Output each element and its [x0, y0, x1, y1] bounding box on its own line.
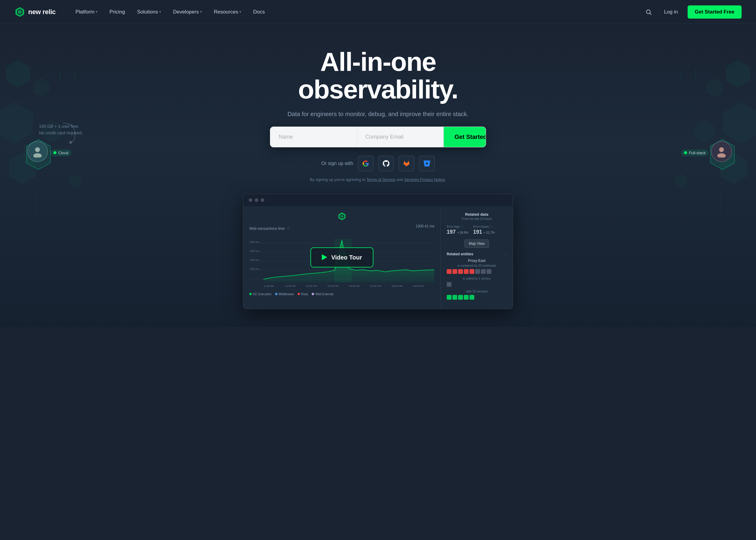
navigation: new relic Platform ▾ Pricing Solutions ▾… [0, 0, 756, 24]
social-label: Or sign up with [321, 161, 353, 166]
info-icon-traces: ⓘ [490, 225, 493, 229]
hero-subtitle: Data for engineers to monitor, debug, an… [12, 111, 744, 118]
dashboard-inner: Web transactions time ⓘ 1300.41 ms 800 m… [243, 206, 513, 309]
hex-frame-left [25, 139, 52, 170]
chevron-down-icon: ▾ [239, 10, 241, 14]
entity-name: Proxy-East [447, 259, 507, 263]
legend-gc: GC Execution [249, 293, 272, 296]
play-icon [321, 254, 327, 260]
hex-dot [458, 269, 463, 274]
svg-marker-6 [26, 140, 51, 170]
logo-icon [14, 7, 25, 17]
nav-resources[interactable]: Resources ▾ [208, 7, 247, 17]
svg-text:400 ms: 400 ms [250, 258, 260, 261]
svg-text:12:00 PM: 12:00 PM [285, 285, 296, 287]
workload-dots [447, 269, 507, 274]
svg-line-4 [650, 13, 652, 15]
related-data-subtitle: From the last 24 hours [447, 217, 507, 220]
svg-text:03:00 PM: 03:00 PM [349, 285, 360, 287]
video-tour-button[interactable]: Video Tour [310, 247, 373, 267]
calls-dots [447, 295, 507, 300]
legend-dot-gc [249, 293, 252, 295]
social-signup: Or sign up with [270, 156, 486, 171]
chevron-down-icon: ▾ [96, 10, 97, 14]
search-icon [645, 9, 652, 15]
related-entities-label: Related entities [447, 252, 473, 256]
service-dots [447, 282, 507, 287]
svg-text:01:00 PM: 01:00 PM [306, 285, 317, 287]
bitbucket-signup-button[interactable] [419, 156, 435, 171]
dashboard-logo-icon [338, 212, 346, 220]
svg-text:200 ms: 200 ms [250, 267, 260, 270]
related-data-title: Related data [447, 212, 507, 216]
svg-text:04:00 PM: 04:00 PM [370, 285, 381, 287]
error-logs-metric: Error logs ⓘ 197 + 20.9% [447, 225, 468, 235]
hex-dot [452, 269, 457, 274]
form-cta-button[interactable]: Get Started Free [444, 127, 486, 147]
svg-text:800 ms: 800 ms [250, 240, 260, 243]
chevron-down-icon: ▾ [200, 10, 202, 14]
hex-dot [464, 269, 469, 274]
chevron-down-icon: ▾ [159, 10, 161, 14]
bitbucket-icon [424, 160, 430, 167]
info-icon: ⓘ [287, 226, 290, 231]
curve-arrow-decoration [60, 120, 78, 144]
search-button[interactable] [643, 6, 654, 18]
nav-docs[interactable]: Docs [248, 7, 270, 17]
chart-title: Web transactions time ⓘ [249, 226, 435, 231]
hex-dot [475, 269, 480, 274]
legend-webext: Web External [312, 293, 333, 296]
svg-text:11:00 AM: 11:00 AM [263, 285, 274, 287]
window-dot-2 [255, 198, 258, 202]
dashboard-chart-panel: Web transactions time ⓘ 1300.41 ms 800 m… [243, 206, 441, 309]
hex-dot [464, 295, 469, 300]
email-input[interactable] [357, 127, 444, 147]
nav-solutions[interactable]: Solutions ▾ [132, 7, 167, 17]
more-options-icon[interactable]: ··· [504, 252, 507, 256]
chart-legend: GC Execution Middleware Ruby Web Externa… [249, 293, 435, 296]
github-signup-button[interactable] [378, 156, 394, 171]
brand-name: new relic [28, 8, 56, 16]
hex-dot [469, 269, 474, 274]
hex-dot [469, 295, 474, 300]
signup-form: Get Started Free [270, 127, 486, 147]
google-signup-button[interactable] [358, 156, 373, 171]
window-dot-1 [249, 198, 252, 202]
hex-dot [447, 295, 451, 300]
hex-dot [487, 269, 491, 274]
hex-dot [458, 295, 463, 300]
svg-text:06:00 PM: 06:00 PM [413, 285, 424, 287]
name-input[interactable] [270, 127, 357, 147]
dashboard-preview: Web transactions time ⓘ 1300.41 ms 800 m… [243, 194, 513, 309]
svg-text:05:00 PM: 05:00 PM [392, 285, 403, 287]
logo-link[interactable]: new relic [14, 7, 56, 17]
info-icon-logs: ⓘ [460, 225, 463, 229]
map-view-button[interactable]: Map View [464, 239, 489, 248]
login-button[interactable]: Log in [660, 7, 681, 17]
error-logs-value: 197 + 20.9% [447, 229, 468, 235]
gitlab-icon [403, 160, 410, 167]
status-dot-cloud [54, 151, 57, 154]
signup-form-container: Get Started Free Or sign up with [270, 127, 486, 182]
hero-section: 100 GB + 1 user free. No credit card req… [0, 24, 756, 327]
nav-developers[interactable]: Developers ▾ [168, 7, 207, 17]
terms-of-service-link[interactable]: Terms of Service [366, 177, 395, 182]
metrics-row: Error logs ⓘ 197 + 20.9% Error traces ⓘ [447, 225, 507, 235]
status-dot-fullstack [684, 151, 687, 154]
chart-value: 1300.41 ms [416, 224, 435, 228]
entity-called-by: is called by 1 service [447, 277, 507, 280]
svg-point-3 [647, 10, 650, 14]
nav-platform[interactable]: Platform ▾ [70, 7, 103, 17]
hero-title: All-in-one observability. [243, 48, 513, 103]
nav-cta-button[interactable]: Get Started Free [688, 5, 742, 19]
entity-calls: calls 20 services [447, 290, 507, 293]
svg-marker-9 [710, 140, 734, 170]
terms-text: By signing up you're agreeing to Terms o… [270, 177, 486, 182]
nav-right: Log in Get Started Free [643, 5, 742, 19]
dashboard-titlebar [243, 194, 513, 206]
gitlab-signup-button[interactable] [399, 156, 414, 171]
svg-text:600 ms: 600 ms [250, 249, 260, 252]
nav-pricing[interactable]: Pricing [104, 7, 131, 17]
hex-dot [447, 282, 451, 287]
privacy-notice-link[interactable]: Services Privacy Notice [404, 177, 445, 182]
